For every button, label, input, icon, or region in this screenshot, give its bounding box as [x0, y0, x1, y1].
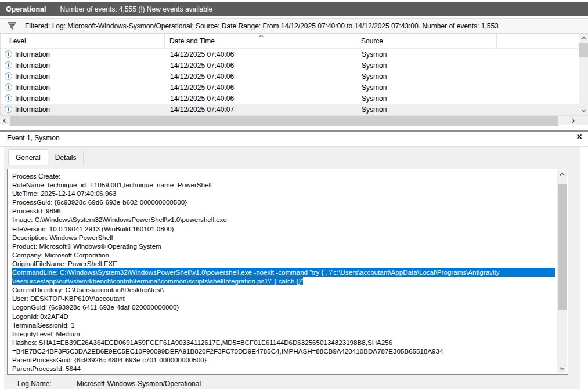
- event-detail-line: ParentProcessId: 5644: [12, 364, 555, 373]
- log-name-value: Microsoft-Windows-Sysmon/Operational: [77, 380, 201, 388]
- level-text: Information: [15, 50, 50, 59]
- event-detail-line: OriginalFileName: PowerShell.EXE: [12, 259, 555, 268]
- level-cell: iInformation: [1, 94, 165, 103]
- sort-ascending-icon: [258, 34, 265, 38]
- source-cell: Sysmon: [356, 83, 497, 92]
- event-detail-line: Process Create:: [12, 172, 555, 180]
- datetime-cell: 14/12/2025 07:40:06: [165, 94, 356, 103]
- level-cell: iInformation: [1, 61, 165, 70]
- tab-details[interactable]: Details: [48, 151, 84, 165]
- log-title: Operational: [6, 5, 46, 13]
- event-detail-line: Product: Microsoft® Windows® Operating S…: [12, 242, 555, 250]
- event-detail-line: User: DESKTOP-KBP610V\accoutant: [12, 294, 555, 303]
- level-cell: iInformation: [1, 50, 165, 59]
- event-list-vertical-scrollbar[interactable]: [579, 34, 588, 115]
- level-text: Information: [15, 61, 50, 70]
- level-text: Information: [15, 106, 50, 114]
- datetime-cell: 14/12/2025 07:40:07: [165, 106, 356, 114]
- filter-description: Filtered: Log: Microsoft-Windows-Sysmon/…: [25, 22, 499, 30]
- source-cell: Sysmon: [356, 61, 497, 70]
- level-cell: iInformation: [1, 83, 165, 92]
- level-cell: iInformation: [1, 106, 165, 114]
- information-icon: i: [5, 50, 12, 58]
- event-row[interactable]: iInformation14/12/2025 07:40:06Sysmon: [1, 71, 579, 82]
- events-summary: Number of events: 4,555 (!) New events a…: [60, 5, 212, 13]
- scroll-up-icon[interactable]: [557, 170, 567, 179]
- event-detail-line: ProcessId: 9896: [12, 206, 555, 215]
- log-name-label: Log Name:: [17, 380, 52, 388]
- event-pane-title: Event 1, Sysmon: [7, 134, 60, 142]
- scroll-down-icon[interactable]: [579, 106, 588, 115]
- event-detail-text[interactable]: Process Create:RuleName: technique_id=T1…: [12, 172, 555, 374]
- event-list-horizontal-scrollbar[interactable]: [0, 115, 588, 125]
- event-row[interactable]: iInformation14/12/2025 07:40:06Sysmon: [1, 60, 579, 71]
- close-icon[interactable]: ✕: [576, 133, 582, 141]
- event-detail-line: RuleName: technique_id=T1059.001,techniq…: [12, 180, 555, 189]
- source-cell: Sysmon: [356, 72, 497, 81]
- event-detail-line: Hashes: SHA1=EB39E26A364ECD0691A59FCEF61…: [12, 338, 555, 347]
- event-list-header: Level Date and Time Source: [1, 34, 579, 49]
- event-detail-line: ProcessGuid: {6c93928c-69d6-693e-b602-00…: [12, 198, 555, 206]
- source-cell: Sysmon: [356, 106, 497, 114]
- filter-icon: [8, 22, 16, 30]
- event-detail-box: Process Create:RuleName: technique_id=T1…: [7, 169, 568, 375]
- event-pane-footer: Log Name: Microsoft-Windows-Sysmon/Opera…: [4, 375, 580, 389]
- event-row[interactable]: iInformation14/12/2025 07:40:06Sysmon: [1, 93, 579, 104]
- scrollbar-thumb[interactable]: [10, 116, 558, 126]
- event-detail-line: CurrentDirectory: C:\Users\accoutant\Des…: [12, 285, 555, 294]
- datetime-cell: 14/12/2025 07:40:06: [165, 72, 356, 81]
- level-text: Information: [15, 72, 50, 81]
- event-detail-line: Image: C:\Windows\System32\WindowsPowerS…: [12, 215, 555, 224]
- level-text: Information: [15, 94, 50, 103]
- scroll-down-icon[interactable]: [557, 364, 567, 373]
- event-row[interactable]: iInformation14/12/2025 07:40:06Sysmon: [1, 49, 579, 60]
- detail-vertical-scrollbar[interactable]: [557, 170, 567, 373]
- event-row[interactable]: iInformation14/12/2025 07:40:07Sysmon: [1, 104, 579, 115]
- event-detail-line: ParentProcessGuid: {6c93928c-6804-693e-c…: [12, 355, 555, 364]
- scroll-left-icon[interactable]: [0, 116, 9, 125]
- column-header-source[interactable]: Source: [356, 34, 497, 49]
- information-icon: i: [5, 94, 12, 102]
- event-detail-line: LogonGuid: {6c93928c-6411-693e-4daf-0200…: [12, 303, 555, 311]
- event-detail-line: =B4E7BC24BF3F5C3DA2EB6E9EC5EC10F90099DEF…: [12, 347, 555, 355]
- level-text: Information: [15, 83, 50, 92]
- datetime-cell: 14/12/2025 07:40:06: [165, 61, 356, 70]
- event-rows: iInformation14/12/2025 07:40:06SysmoniIn…: [1, 49, 579, 115]
- event-detail-line: IntegrityLevel: Medium: [12, 329, 555, 338]
- column-header-level[interactable]: Level: [1, 34, 165, 49]
- event-detail-line: LogonId: 0x2AF4D: [12, 312, 555, 321]
- log-summary-bar: Operational Number of events: 4,555 (!) …: [0, 2, 588, 16]
- scroll-right-icon[interactable]: [569, 116, 578, 125]
- event-detail-line: CommandLine: C:\Windows\System32\Windows…: [12, 268, 555, 277]
- event-detail-line: Company: Microsoft Corporation: [12, 250, 555, 259]
- information-icon: i: [5, 83, 12, 91]
- scroll-up-icon[interactable]: [579, 34, 588, 43]
- pane-divider[interactable]: [0, 130, 588, 132]
- pane-right-margin: [580, 147, 588, 389]
- event-detail-line: Description: Windows PowerShell: [12, 233, 555, 242]
- event-detail-pane: Event 1, Sysmon ✕ GeneralDetails Process…: [0, 126, 588, 389]
- source-cell: Sysmon: [356, 50, 497, 59]
- datetime-cell: 14/12/2025 07:40:06: [165, 50, 356, 59]
- information-icon: i: [5, 106, 12, 113]
- datetime-cell: 14/12/2025 07:40:06: [165, 83, 356, 92]
- event-detail-line: \resources\app\out\vs\workbench\contrib\…: [12, 277, 555, 285]
- event-detail-line: TerminalSessionId: 1: [12, 321, 555, 329]
- tab-general[interactable]: General: [8, 149, 48, 165]
- information-icon: i: [5, 72, 12, 80]
- information-icon: i: [5, 61, 12, 69]
- level-cell: iInformation: [1, 72, 165, 81]
- event-list: Level Date and Time Source iInformation1…: [0, 34, 588, 115]
- filter-bar: Filtered: Log: Microsoft-Windows-Sysmon/…: [0, 18, 588, 34]
- scrollbar-thumb[interactable]: [558, 184, 567, 310]
- column-header-blank: [497, 34, 579, 49]
- event-detail-line: FileVersion: 10.0.19041.2913 (WinBuild.1…: [12, 224, 555, 233]
- event-detail-line: UtcTime: 2025-12-14 07:40:06.963: [12, 189, 555, 198]
- scrollbar-thumb[interactable]: [579, 43, 588, 57]
- source-cell: Sysmon: [356, 94, 497, 103]
- event-row[interactable]: iInformation14/12/2025 07:40:06Sysmon: [1, 82, 579, 93]
- event-pane-tabs: GeneralDetails: [8, 148, 83, 165]
